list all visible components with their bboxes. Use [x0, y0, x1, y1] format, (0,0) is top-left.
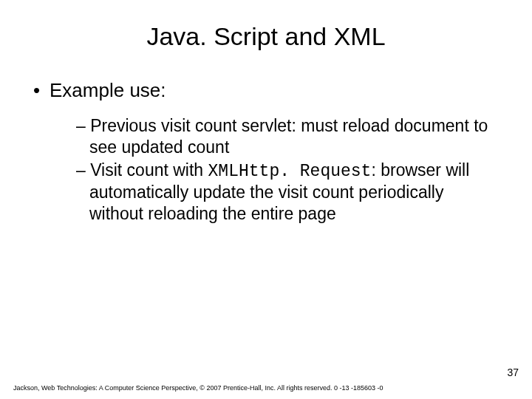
bullet-1-text: Example use: [50, 79, 166, 101]
sub-bullet-2-code: XMLHttp. Request [208, 162, 372, 181]
footer-text: Jackson, Web Technologies: A Computer Sc… [13, 384, 383, 392]
sub-bullet-1: – Previous visit count servlet: must rel… [76, 115, 499, 158]
bullet-dot-icon: • [33, 79, 50, 102]
sub-bullet-1-text: – Previous visit count servlet: must rel… [76, 116, 488, 157]
slide: Java. Script and XML •Example use: – Pre… [0, 0, 532, 399]
bullet-level-1: •Example use: [33, 79, 499, 102]
sub-bullet-2-pre: – Visit count with [76, 160, 208, 180]
slide-title: Java. Script and XML [33, 22, 499, 51]
sub-bullet-2: – Visit count with XMLHttp. Request: bro… [76, 160, 499, 225]
page-number: 37 [507, 366, 519, 378]
sub-bullets: – Previous visit count servlet: must rel… [76, 115, 499, 225]
